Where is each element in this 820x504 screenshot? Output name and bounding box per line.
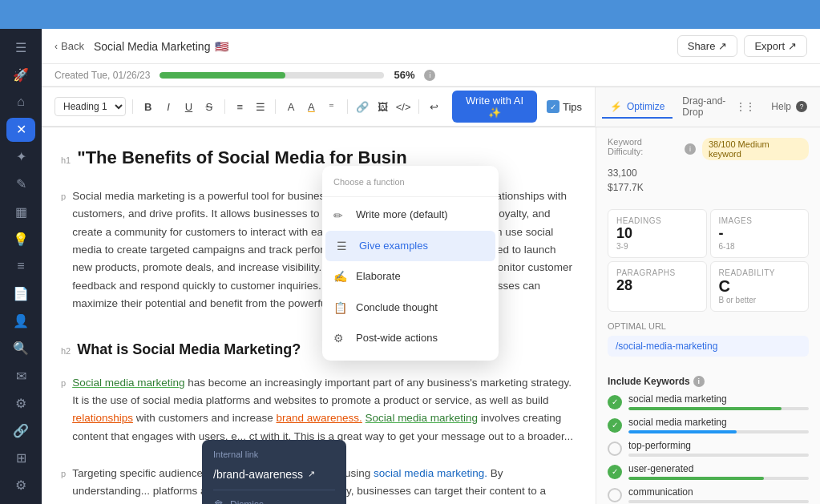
keyword-bar-fill-1 <box>628 407 782 410</box>
keywords-title-text: Include Keywords <box>608 376 690 387</box>
sidebar-search-icon[interactable]: 🔍 <box>6 337 35 361</box>
stat-readability-label: READABILITY <box>719 268 801 277</box>
keyword-group-4: user-generated <box>628 463 809 480</box>
sidebar-lightbulb-icon[interactable]: 💡 <box>6 227 35 251</box>
tab-drag-drop[interactable]: Drag-and-Drop ⋮⋮ <box>676 91 761 124</box>
kd-badge: 38/100 Medium keyword <box>702 138 809 160</box>
keyword-bar-fill-2 <box>628 430 737 433</box>
ai-write-more-label: Write more (default) <box>356 207 448 224</box>
sidebar-edit-icon[interactable]: ✎ <box>6 172 35 196</box>
stat-readability-range: B or better <box>719 296 801 304</box>
stat-images-value: - <box>719 225 801 242</box>
align-button[interactable]: ⁼ <box>323 97 340 116</box>
highlight-button[interactable]: A <box>303 97 320 116</box>
flag-icon: 🇺🇸 <box>215 40 228 53</box>
keyword-group-1: social media marketing <box>628 393 809 410</box>
progress-info-icon[interactable]: i <box>424 70 435 81</box>
stat-headings: HEADINGS 10 3-9 <box>608 209 707 258</box>
ai-elaborate-item[interactable]: ✍ Elaborate <box>322 261 499 292</box>
back-label: Back <box>61 40 84 52</box>
right-panel: Keyword Difficulty: i 38/100 Medium keyw… <box>596 127 820 504</box>
sidebar-mail-icon[interactable]: ✉ <box>6 364 35 388</box>
keywords-info-icon[interactable]: i <box>693 376 705 387</box>
clipboard-icon: 📋 <box>333 299 348 317</box>
sidebar-page-icon[interactable]: 📄 <box>6 282 35 306</box>
share-label: Share <box>688 40 716 52</box>
doc-h2: What is Social Media Marketing? <box>77 338 301 361</box>
keyword-group-2: social media marketing <box>628 417 809 433</box>
link-button[interactable]: 🔗 <box>354 97 371 116</box>
edit-icon: ✍ <box>333 268 348 285</box>
keyword-check-1: ✓ <box>608 395 622 409</box>
ai-give-examples-item[interactable]: ☰ Give examples <box>325 231 495 261</box>
doc-p2: Social media marketing has become an inc… <box>72 374 576 446</box>
image-button[interactable]: 🖼 <box>374 97 391 116</box>
sidebar-home-icon[interactable]: ⌂ <box>6 90 35 114</box>
sidebar-grid-icon[interactable]: ⊞ <box>6 446 35 470</box>
bold-button[interactable]: B <box>139 97 156 116</box>
share-button[interactable]: Share ↗ <box>677 35 738 57</box>
tab-optimize[interactable]: ⚡ Optimize <box>602 96 673 119</box>
ai-conclude-label: Conclude thought <box>356 300 438 317</box>
tips-checkbox[interactable]: ✓ <box>547 100 559 113</box>
stat-headings-range: 3-9 <box>616 242 698 251</box>
stat-readability-value: C <box>719 277 801 296</box>
underline-button[interactable]: U <box>180 97 197 116</box>
stat-images-label: IMAGES <box>719 216 801 225</box>
ai-write-more-item[interactable]: ✏ Write more (default) <box>322 200 499 231</box>
dismiss-label[interactable]: Dismiss <box>230 498 264 504</box>
sidebar-sparkle-icon[interactable]: ✦ <box>6 145 35 169</box>
ai-conclude-item[interactable]: 📋 Conclude thought <box>322 292 499 323</box>
sidebar-link-icon[interactable]: 🔗 <box>6 418 35 442</box>
left-sidebar: ☰ 🚀 ⌂ ✕ ✦ ✎ ▦ 💡 ≡ 📄 👤 🔍 ✉ ⚙ 🔗 ⊞ ⚙ <box>0 29 42 504</box>
h2-row: h2 What is Social Media Marketing? <box>61 325 576 368</box>
sidebar-list-icon[interactable]: ≡ <box>6 254 35 278</box>
sidebar-tools-icon[interactable]: ⚙ <box>6 391 35 415</box>
tips-toggle[interactable]: ✓ Tips <box>547 100 582 113</box>
help-icon: ? <box>796 101 807 112</box>
keywords-title: Include Keywords i <box>608 376 809 387</box>
stat-readability: READABILITY C B or better <box>710 261 810 312</box>
keyword-text-2: social media marketing <box>628 417 809 428</box>
doc-content[interactable]: h1 "The Benefits of Social Media for Bus… <box>42 127 596 504</box>
optimal-url-section: OPTIMAL URL /social-media-marketing <box>608 321 809 366</box>
app-container: ☰ 🚀 ⌂ ✕ ✦ ✎ ▦ 💡 ≡ 📄 👤 🔍 ✉ ⚙ 🔗 ⊞ ⚙ ‹ Bac <box>0 0 820 504</box>
optimize-label: Optimize <box>627 101 664 112</box>
bullet-list-button[interactable]: ≡ <box>232 97 248 116</box>
keyword-item-1: ✓ social media marketing <box>608 393 809 410</box>
content-area: ‹ Back Social Media Marketing 🇺🇸 Share ↗… <box>42 29 820 504</box>
keyword-item-3: top-performing <box>608 440 809 457</box>
volume-info: 33,100 <box>608 167 809 179</box>
right-tabs: ⚡ Optimize Drag-and-Drop ⋮⋮ Help ? <box>596 87 820 127</box>
ai-dropdown-header: Choose a function <box>322 172 499 197</box>
write-ai-button[interactable]: Write with AI ✨ <box>452 91 537 123</box>
keyword-item-5: communication <box>608 486 809 503</box>
export-button[interactable]: Export ↗ <box>744 35 807 57</box>
p3-marker: p <box>61 467 66 482</box>
sidebar-editor-icon[interactable]: ✕ <box>6 118 35 142</box>
code-button[interactable]: </> <box>394 97 411 116</box>
internal-link-url[interactable]: /brand-awareness ↗ <box>213 466 335 483</box>
font-color-button[interactable]: A <box>282 97 299 116</box>
sidebar-menu-icon[interactable]: ☰ <box>6 35 35 59</box>
sidebar-chart-icon[interactable]: ▦ <box>6 200 35 224</box>
ai-post-wide-item[interactable]: ⚙ Post-wide actions <box>322 323 499 353</box>
italic-button[interactable]: I <box>160 97 176 116</box>
kd-info-icon[interactable]: i <box>685 143 696 155</box>
tab-help[interactable]: Help ? <box>765 96 814 119</box>
stat-paragraphs-label: PARAGRAPHS <box>616 268 698 277</box>
numbered-list-button[interactable]: ☰ <box>252 97 269 116</box>
sidebar-settings-icon[interactable]: ⚙ <box>6 474 35 498</box>
p2-highlight-1: Social media marketing <box>72 377 184 389</box>
tips-label: Tips <box>563 101 582 113</box>
back-button[interactable]: ‹ Back <box>55 40 84 52</box>
undo-button[interactable]: ↩ <box>426 97 442 116</box>
sidebar-person-icon[interactable]: 👤 <box>6 309 35 333</box>
strikethrough-button[interactable]: S <box>200 97 217 116</box>
stat-headings-label: HEADINGS <box>616 216 698 225</box>
trash-icon[interactable]: 🗑 <box>213 497 224 504</box>
export-icon: ↗ <box>788 40 797 52</box>
sidebar-rocket-icon[interactable]: 🚀 <box>6 62 35 87</box>
heading-select[interactable]: Heading 1 <box>55 97 126 116</box>
keywords-section: Include Keywords i ✓ social media market… <box>608 376 809 504</box>
